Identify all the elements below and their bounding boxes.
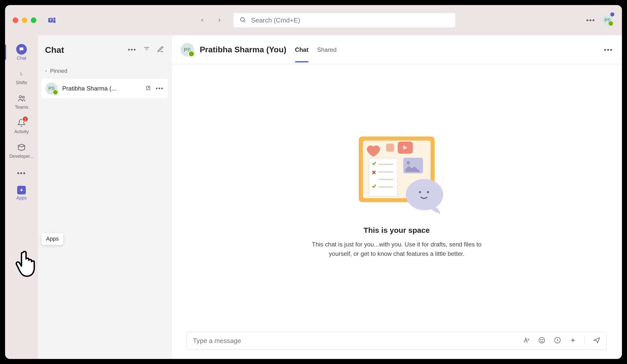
app-window: T ••• PS Cha [5,5,622,359]
forward-button[interactable] [214,15,225,25]
profile-avatar[interactable]: PS [602,15,613,26]
svg-point-20 [419,191,421,193]
svg-point-13 [407,161,410,165]
svg-point-23 [541,339,541,340]
hand-cursor-icon [15,250,42,279]
shifts-icon: L [16,69,27,79]
apps-plus-icon [17,186,26,194]
rail-item-shifts[interactable]: L Shifts [8,66,35,89]
chat-list-panel: Chat ••• Pinned PS Pratibha Sharma (... [38,35,171,359]
rail-item-apps[interactable]: Apps [8,183,35,203]
svg-point-2 [53,18,56,20]
svg-rect-9 [386,144,394,152]
developer-icon [16,142,27,153]
chat-item-name: Pratibha Sharma (... [62,85,141,92]
rail-label: Developer... [9,154,34,159]
empty-state-title: This is your space [364,226,430,235]
back-button[interactable] [197,15,207,25]
chevron-down-icon [44,69,48,73]
app-rail: Chat L Shifts Teams 1 Activity [5,35,38,359]
emoji-button[interactable] [538,336,546,345]
teams-icon [16,93,27,104]
empty-state-illustration [349,131,445,216]
conversation-body: This is your space This chat is just for… [171,64,622,326]
message-input[interactable] [193,337,522,345]
rail-item-chat[interactable]: Chat [8,41,35,65]
chat-icon [16,44,27,55]
avatar: PS [181,43,194,57]
search-input[interactable] [251,16,449,24]
tab-shared[interactable]: Shared [317,37,337,62]
nav-arrows [197,15,225,25]
chat-list-more-button[interactable]: ••• [128,46,136,54]
svg-point-24 [543,339,543,340]
format-button[interactable] [522,336,530,345]
main-panel: PS Pratibha Sharma (You) Chat Shared ••• [171,35,622,359]
conversation-title: Pratibha Sharma (You) [200,45,286,54]
titlebar-right: ••• PS [586,15,613,26]
svg-point-3 [240,17,244,21]
rail-item-developer[interactable]: Developer... [8,140,35,163]
composer-area [171,326,622,359]
chat-list-title: Chat [45,45,128,55]
close-window-button[interactable] [13,17,18,23]
new-chat-button[interactable] [157,46,164,54]
rail-label: Shifts [16,80,27,85]
send-button[interactable] [593,336,600,345]
conversation-tabs: Chat Shared [295,37,337,62]
rail-label: Chat [17,56,26,61]
attach-button[interactable] [569,337,576,345]
body: Chat L Shifts Teams 1 Activity [5,35,622,359]
avatar: PS [46,82,58,95]
svg-text:T: T [49,18,52,22]
search-icon [239,16,246,24]
chat-list-item[interactable]: PS Pratibha Sharma (... ••• [41,79,168,98]
rail-label: Teams [15,105,28,110]
svg-point-22 [539,337,545,343]
giphy-button[interactable] [554,336,561,345]
apps-tooltip: Apps [41,233,63,245]
chat-list-header: Chat ••• [38,35,171,64]
tab-chat[interactable]: Chat [295,37,308,62]
rail-label: Apps [16,195,27,201]
empty-state-description: This chat is just for you...with you. Us… [301,240,493,258]
rail-item-teams[interactable]: Teams [8,90,35,114]
rail-more-button[interactable]: ••• [17,169,26,177]
chat-item-more-button[interactable]: ••• [156,85,164,92]
conversation-more-button[interactable]: ••• [604,46,613,54]
activity-icon: 1 [16,118,27,128]
svg-point-5 [23,96,25,98]
minimize-window-button[interactable] [22,17,27,23]
popout-icon[interactable] [145,85,151,92]
activity-badge: 1 [22,116,28,122]
rail-label: Activity [14,129,29,134]
teams-app-icon: T [47,15,57,25]
titlebar-more-button[interactable]: ••• [586,16,595,24]
maximize-window-button[interactable] [31,17,36,23]
search-bar[interactable] [233,13,456,28]
titlebar: T ••• PS [5,5,622,35]
message-composer[interactable] [187,332,607,350]
pinned-section-header[interactable]: Pinned [38,64,171,78]
rail-item-activity[interactable]: 1 Activity [8,115,35,139]
svg-point-4 [19,96,21,98]
divider [585,336,585,345]
main-header: PS Pratibha Sharma (You) Chat Shared ••• [171,35,622,64]
svg-point-21 [427,191,429,193]
window-controls [13,17,36,23]
section-label: Pinned [50,68,68,74]
filter-button[interactable] [143,46,150,54]
svg-point-19 [406,179,443,210]
